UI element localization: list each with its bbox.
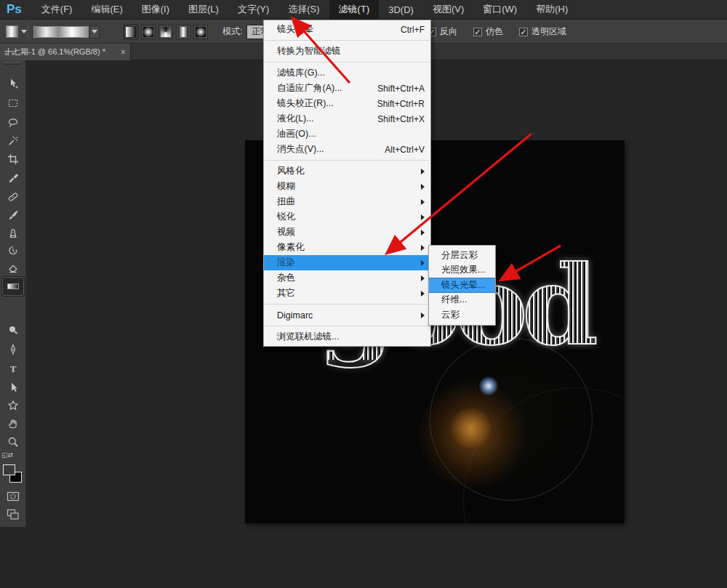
dodge-tool[interactable] — [2, 321, 24, 339]
filter-menu-item[interactable]: 杂色 — [264, 270, 430, 286]
gradient-type-angle-icon — [161, 27, 171, 37]
clone-stamp-tool[interactable] — [2, 224, 24, 243]
filter-menu-item[interactable]: 镜头光晕Ctrl+F — [264, 22, 430, 37]
gradient-dropdown-button[interactable] — [89, 25, 100, 39]
tool-preset-picker[interactable] — [6, 20, 27, 44]
filter-menu-item[interactable]: 扭曲 — [264, 194, 430, 209]
menu-separator — [265, 40, 430, 41]
quick-mask-button[interactable] — [2, 487, 24, 506]
submenu-arrow-icon — [421, 260, 425, 266]
menu-title-1[interactable]: 文件(F) — [32, 0, 82, 20]
filter-menu-item[interactable]: 滤镜库(G)... — [264, 65, 430, 81]
tools-panel: T ◱⇄ — [0, 60, 26, 527]
gradient-type-linear-icon — [126, 27, 136, 37]
eyedropper-tool[interactable] — [2, 168, 24, 187]
menu-item-label: 油画(O)... — [277, 128, 425, 140]
document-tab[interactable]: 十七期-1 @ 66.1%(RGB/8) * × — [0, 44, 131, 60]
gradient-type-diamond-button[interactable] — [193, 25, 208, 39]
gradient-tool[interactable] — [2, 277, 24, 296]
submenu-arrow-icon — [421, 214, 425, 220]
history-brush-tool[interactable] — [2, 241, 24, 260]
filter-menu-item[interactable]: 液化(L)...Shift+Ctrl+X — [264, 111, 430, 126]
gradient-picker[interactable] — [33, 20, 100, 44]
crop-tool[interactable] — [2, 150, 24, 169]
filter-menu-item[interactable]: 消失点(V)...Alt+Ctrl+V — [264, 142, 430, 157]
checkbox[interactable]: ✓ — [519, 28, 528, 36]
filter-menu-item[interactable]: 浏览联机滤镜... — [264, 329, 430, 345]
menu-title-9[interactable]: 视图(V) — [423, 0, 473, 20]
menu-title-10[interactable]: 窗口(W) — [473, 0, 526, 20]
filter-menu-item[interactable]: 油画(O)... — [264, 126, 430, 142]
brush-tool[interactable] — [2, 206, 24, 225]
filter-menu-item[interactable]: 锐化 — [264, 209, 430, 225]
color-swatches — [3, 464, 23, 486]
gradient-type-linear-button[interactable] — [124, 25, 138, 39]
menu-title-4[interactable]: 图层(L) — [179, 0, 228, 20]
menu-item-shortcut: Ctrl+F — [401, 25, 425, 35]
healing-brush-tool[interactable] — [2, 188, 24, 206]
hand-tool[interactable] — [2, 414, 24, 433]
render-submenu-item[interactable]: 镜头光晕... — [429, 278, 495, 293]
gradient-type-reflected-icon — [178, 27, 188, 37]
filter-menu-item[interactable]: 自适应广角(A)...Shift+Ctrl+A — [264, 81, 430, 96]
menu-title-11[interactable]: 帮助(H) — [526, 0, 577, 20]
render-submenu-item[interactable]: 分层云彩 — [429, 248, 495, 263]
submenu-arrow-icon — [421, 275, 425, 281]
custom-shape-tool[interactable] — [2, 396, 24, 415]
menu-item-label: 渲染 — [277, 257, 417, 269]
menu-title-5[interactable]: 文字(Y) — [228, 0, 278, 20]
menu-bar: Ps 文件(F)编辑(E)图像(I)图层(L)文字(Y)选择(S)滤镜(T)3D… — [0, 0, 727, 20]
filter-menu-item[interactable]: 渲染 — [264, 255, 430, 270]
swap-colors-icon[interactable]: ◱⇄ — [1, 451, 13, 459]
gradient-type-angle-button[interactable] — [158, 25, 173, 39]
filter-menu-item[interactable]: 视频 — [264, 225, 430, 240]
render-submenu-item[interactable]: 云彩 — [429, 307, 495, 323]
move-tool[interactable] — [2, 74, 24, 93]
panel-grip[interactable] — [4, 62, 21, 65]
filter-menu-item[interactable]: 模糊 — [264, 179, 430, 194]
filter-menu-item[interactable]: 风格化 — [264, 164, 430, 179]
menu-title-8[interactable]: 3D(D) — [379, 0, 423, 20]
menu-title-7[interactable]: 滤镜(T) — [329, 0, 379, 20]
gradient-type-reflected-button[interactable] — [176, 25, 190, 39]
menu-item-label: 其它 — [277, 287, 417, 299]
menu-item-label: 自适应广角(A)... — [277, 82, 370, 94]
menu-title-3[interactable]: 图像(I) — [132, 0, 179, 20]
menu-item-label: 像素化 — [277, 241, 417, 254]
menu-title-2[interactable]: 编辑(E) — [81, 0, 132, 20]
eraser-tool[interactable] — [2, 259, 24, 278]
filter-menu-item[interactable]: 其它 — [264, 286, 430, 301]
menu-item-label: 镜头光晕 — [277, 23, 393, 36]
filter-menu-dropdown: 镜头光晕Ctrl+F转换为智能滤镜滤镜库(G)...自适应广角(A)...Shi… — [263, 20, 431, 347]
zoom-tool[interactable] — [2, 432, 24, 451]
screen-mode-button[interactable] — [2, 505, 24, 524]
submenu-arrow-icon — [421, 245, 425, 251]
menu-item-label: 光照效果... — [441, 264, 491, 276]
gradient-preview[interactable] — [33, 26, 89, 38]
menu-item-label: 转换为智能滤镜 — [277, 45, 425, 57]
lasso-tool[interactable] — [2, 113, 24, 132]
gradient-type-radial-button[interactable] — [141, 25, 156, 39]
filter-menu-item[interactable]: Digimarc — [264, 307, 430, 323]
foreground-color-swatch[interactable] — [3, 464, 15, 475]
submenu-arrow-icon — [421, 199, 425, 205]
render-submenu-item[interactable]: 纤维... — [429, 293, 495, 308]
menu-item-label: 分层云彩 — [441, 249, 491, 262]
tab-close-icon[interactable]: × — [121, 47, 126, 57]
type-tool[interactable]: T — [2, 359, 24, 378]
path-selection-tool[interactable] — [2, 378, 24, 397]
pen-tool[interactable] — [2, 340, 24, 359]
marquee-tool[interactable] — [2, 94, 24, 113]
svg-text:T: T — [10, 363, 17, 374]
gradient-type-radial-icon — [143, 27, 153, 37]
menu-item-label: 浏览联机滤镜... — [277, 331, 425, 343]
quick-selection-tool[interactable] — [2, 132, 24, 150]
menu-separator — [265, 304, 430, 305]
menu-title-6[interactable]: 选择(S) — [278, 0, 329, 20]
filter-menu-item[interactable]: 转换为智能滤镜 — [264, 44, 430, 59]
render-submenu-item[interactable]: 光照效果... — [429, 263, 495, 278]
filter-menu-item[interactable]: 镜头校正(R)...Shift+Ctrl+R — [264, 96, 430, 111]
checkbox[interactable]: ✓ — [473, 28, 482, 36]
filter-menu-item[interactable]: 像素化 — [264, 240, 430, 255]
option-3: ✓透明区域 — [519, 25, 566, 38]
